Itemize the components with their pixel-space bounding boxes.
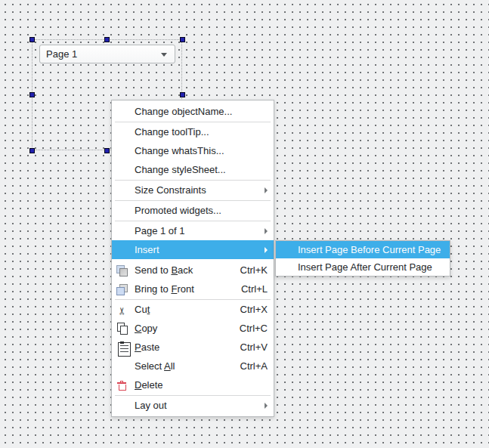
menu-item-label: Cut <box>135 304 150 315</box>
cut-icon: ✂ <box>116 304 128 316</box>
menu-item-label: Page 1 of 1 <box>135 225 185 236</box>
menu-item-label: Paste <box>135 341 159 353</box>
menu-item-label: Change objectName... <box>135 106 232 117</box>
menu-item-change-tooltip[interactable]: Change toolTip... <box>112 122 274 141</box>
icon-slot <box>116 225 128 237</box>
menu-item-paste[interactable]: Paste Ctrl+V <box>112 338 274 357</box>
menu-item-change-stylesheet[interactable]: Change styleSheet... <box>112 160 274 179</box>
icon-slot <box>116 184 128 196</box>
menu-item-label: Change toolTip... <box>135 126 209 137</box>
submenu-arrow-icon <box>265 247 268 253</box>
menu-item-label: Promoted widgets... <box>135 205 221 216</box>
menu-item-label: Change styleSheet... <box>135 164 226 175</box>
chevron-down-icon <box>161 53 167 57</box>
designer-form-canvas[interactable]: { "canvas": { "background": "#eff0f1", "… <box>0 0 489 448</box>
widget-context-menu: Change objectName... Change toolTip... C… <box>111 100 274 417</box>
menu-item-label: Send to Back <box>135 264 193 276</box>
send-to-back-icon <box>116 264 128 277</box>
copy-icon <box>116 323 128 335</box>
menu-item-label: Change whatsThis... <box>135 145 224 156</box>
menu-item-change-whatsthis[interactable]: Change whatsThis... <box>112 141 274 160</box>
delete-icon <box>116 379 128 391</box>
menu-item-label: Lay out <box>135 400 167 411</box>
menu-item-label: Insert Page Before Current Page <box>298 244 441 255</box>
menu-item-page-indicator[interactable]: Page 1 of 1 <box>112 221 274 240</box>
icon-slot <box>116 205 128 217</box>
insert-submenu: Insert Page Before Current Page Insert P… <box>275 240 450 277</box>
menu-item-select-all[interactable]: Select All Ctrl+A <box>112 357 274 375</box>
resize-handle-mid-left[interactable] <box>29 92 35 97</box>
resize-handle-top-mid[interactable] <box>104 37 110 42</box>
shortcut-label: Ctrl+C <box>224 323 268 334</box>
icon-slot <box>116 360 128 372</box>
shortcut-label: Ctrl+X <box>225 304 268 315</box>
menu-item-promoted-widgets[interactable]: Promoted widgets... <box>112 201 274 220</box>
menu-item-label: Copy <box>135 323 157 334</box>
menu-item-label: Select All <box>135 360 175 372</box>
icon-slot <box>116 145 128 157</box>
page-combobox[interactable]: Page 1 <box>39 45 175 63</box>
menu-item-cut[interactable]: ✂ Cut Ctrl+X <box>112 300 274 319</box>
menu-item-bring-to-front[interactable]: Bring to Front Ctrl+L <box>112 280 274 298</box>
submenu-arrow-icon <box>265 228 268 234</box>
icon-slot <box>116 106 128 118</box>
shortcut-label: Ctrl+A <box>225 360 268 372</box>
menu-item-label: Insert <box>135 244 159 255</box>
resize-handle-bottom-mid[interactable] <box>104 148 110 153</box>
submenu-arrow-icon <box>265 403 268 409</box>
paste-icon <box>116 341 128 354</box>
icon-slot <box>116 244 128 256</box>
menu-item-delete[interactable]: Delete <box>112 375 274 394</box>
icon-slot <box>116 126 128 138</box>
icon-slot <box>116 400 128 412</box>
menu-item-copy[interactable]: Copy Ctrl+C <box>112 319 274 338</box>
menu-item-insert-page-before[interactable]: Insert Page Before Current Page <box>276 241 450 258</box>
page-combobox-value: Page 1 <box>46 48 77 60</box>
shortcut-label: Ctrl+V <box>225 341 268 353</box>
resize-handle-bottom-left[interactable] <box>29 148 35 153</box>
icon-slot <box>116 164 128 176</box>
resize-handle-mid-right[interactable] <box>180 92 185 97</box>
menu-item-label: Size Constraints <box>135 184 206 196</box>
menu-item-label: Insert Page After Current Page <box>298 261 432 273</box>
submenu-arrow-icon <box>265 187 268 193</box>
resize-handle-top-right[interactable] <box>180 37 185 42</box>
shortcut-label: Ctrl+K <box>225 264 268 276</box>
menu-item-lay-out[interactable]: Lay out <box>112 396 274 415</box>
menu-item-label: Delete <box>135 379 163 391</box>
menu-item-send-to-back[interactable]: Send to Back Ctrl+K <box>112 261 274 280</box>
menu-item-insert[interactable]: Insert <box>112 240 274 259</box>
menu-item-change-objectname[interactable]: Change objectName... <box>112 102 274 121</box>
menu-item-label: Bring to Front <box>135 283 194 295</box>
resize-handle-top-left[interactable] <box>29 37 35 42</box>
menu-item-insert-page-after[interactable]: Insert Page After Current Page <box>276 258 450 276</box>
shortcut-label: Ctrl+L <box>226 283 268 295</box>
bring-to-front-icon <box>116 283 128 295</box>
menu-item-size-constraints[interactable]: Size Constraints <box>112 181 274 199</box>
